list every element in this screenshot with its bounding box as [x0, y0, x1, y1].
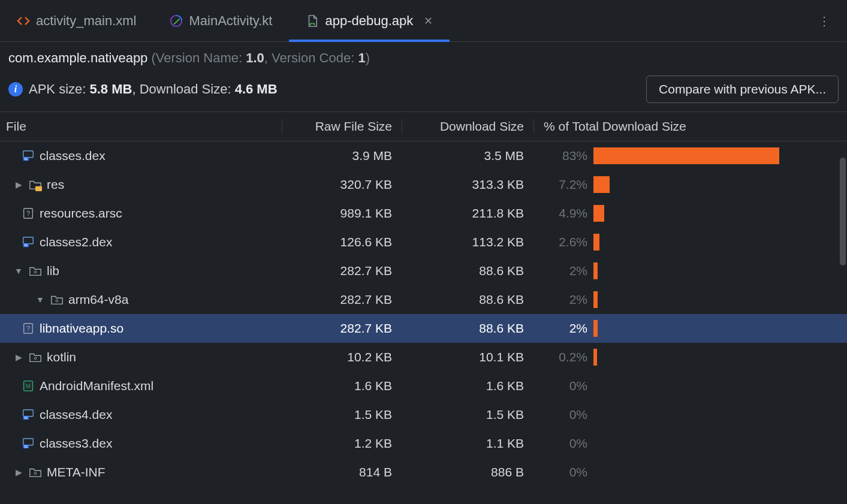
- col-download-size[interactable]: Download Size: [402, 119, 533, 134]
- raw-size: 282.7 KB: [282, 292, 402, 307]
- file-name: classes2.dex: [40, 235, 112, 249]
- tab-activity-main[interactable]: activity_main.xml: [0, 0, 153, 41]
- table-row[interactable]: 01classes3.dex1.2 KB1.1 KB0%: [0, 429, 847, 458]
- svg-point-16: [34, 357, 37, 360]
- table-row[interactable]: ▼arm64-v8a282.7 KB88.6 KB2%: [0, 285, 847, 314]
- download-size: 1.6 KB: [402, 379, 533, 393]
- percent-bar: [593, 262, 598, 279]
- percent-bar-cell: [593, 147, 847, 164]
- tab-label: MainActivity.kt: [189, 13, 272, 29]
- close-icon[interactable]: ✕: [424, 14, 433, 28]
- raw-size: 3.9 MB: [282, 149, 402, 163]
- percent-value: 83%: [533, 149, 593, 163]
- svg-text:?: ?: [26, 210, 30, 217]
- package-meta: (Version Name: 1.0, Version Code: 1): [151, 50, 369, 65]
- percent-bar-cell: [593, 464, 847, 481]
- raw-size: 1.6 KB: [282, 379, 402, 393]
- percent-bar-cell: [593, 378, 847, 394]
- download-size: 1.1 KB: [402, 436, 533, 451]
- file-name: META-INF: [47, 465, 106, 479]
- chevron-right-icon[interactable]: ▶: [13, 467, 24, 477]
- file-name: AndroidManifest.xml: [40, 379, 153, 393]
- tab-app-debug-apk[interactable]: app-debug.apk ✕: [289, 0, 450, 41]
- file-name: classes.dex: [40, 149, 106, 163]
- percent-bar-cell: [593, 176, 847, 193]
- dex-icon: 01: [22, 149, 35, 162]
- file-name: arm64-v8a: [68, 292, 128, 307]
- percent-bar: [593, 320, 598, 337]
- percent-value: 7.2%: [533, 177, 593, 192]
- svg-point-25: [34, 472, 37, 475]
- col-file[interactable]: File: [6, 119, 282, 134]
- svg-text:M: M: [26, 383, 31, 390]
- scrollbar-thumb[interactable]: [840, 158, 846, 265]
- table-row[interactable]: 01classes.dex3.9 MB3.5 MB83%: [0, 141, 847, 170]
- folder-bin-icon: [50, 293, 64, 306]
- manifest-icon: M: [22, 379, 35, 393]
- svg-text:?: ?: [26, 325, 30, 332]
- table-row[interactable]: ?libnativeapp.so282.7 KB88.6 KB2%: [0, 314, 847, 343]
- folder-bin-icon: [29, 351, 42, 364]
- download-size: 211.8 KB: [402, 206, 533, 221]
- folder-res-icon: [29, 178, 42, 191]
- file-table-body: 01classes.dex3.9 MB3.5 MB83%▶res320.7 KB…: [0, 141, 847, 487]
- percent-value: 0%: [533, 465, 593, 479]
- table-row[interactable]: ▼lib282.7 KB88.6 KB2%: [0, 256, 847, 285]
- download-size: 10.1 KB: [402, 350, 533, 364]
- unknown-icon: ?: [22, 207, 35, 220]
- apk-info-header: com.example.nativeapp (Version Name: 1.0…: [0, 42, 847, 70]
- table-row[interactable]: ▶res320.7 KB313.3 KB7.2%: [0, 170, 847, 199]
- table-row[interactable]: 01classes4.dex1.5 KB1.5 KB0%: [0, 400, 847, 429]
- download-size: 3.5 MB: [402, 149, 533, 163]
- percent-value: 0%: [533, 436, 593, 451]
- download-size: 88.6 KB: [402, 264, 533, 278]
- col-percent[interactable]: % of Total Download Size: [533, 119, 847, 134]
- percent-bar-cell: [593, 406, 847, 423]
- svg-text:01: 01: [24, 157, 28, 161]
- col-raw-size[interactable]: Raw File Size: [282, 119, 402, 134]
- percent-bar: [593, 205, 604, 222]
- svg-rect-6: [35, 186, 42, 191]
- percent-value: 2.6%: [533, 235, 593, 249]
- svg-rect-3: [23, 151, 34, 158]
- compare-apk-button[interactable]: Compare with previous APK...: [646, 76, 839, 103]
- percent-bar: [593, 234, 599, 251]
- tabs-overflow-menu[interactable]: ⋮: [801, 0, 847, 41]
- dex-icon: 01: [22, 437, 35, 450]
- table-row[interactable]: MAndroidManifest.xml1.6 KB1.6 KB0%: [0, 372, 847, 400]
- svg-point-13: [56, 300, 58, 302]
- xml-file-icon: [17, 14, 30, 28]
- apk-size-row: i APK size: 5.8 MB, Download Size: 4.6 M…: [0, 70, 847, 111]
- package-name: com.example.nativeapp: [8, 50, 147, 65]
- download-size: 88.6 KB: [402, 292, 533, 307]
- table-row[interactable]: ▶META-INF814 B886 B0%: [0, 458, 847, 487]
- tab-main-activity[interactable]: MainActivity.kt: [153, 0, 289, 41]
- raw-size: 282.7 KB: [282, 264, 402, 278]
- chevron-down-icon[interactable]: ▼: [13, 266, 24, 276]
- file-name: kotlin: [47, 350, 76, 364]
- svg-text:01: 01: [24, 243, 28, 247]
- table-row[interactable]: 01classes2.dex126.6 KB113.2 KB2.6%: [0, 228, 847, 256]
- kotlin-class-icon: [170, 14, 183, 28]
- chevron-down-icon[interactable]: ▼: [35, 295, 46, 304]
- download-size: 88.6 KB: [402, 321, 533, 336]
- download-size: 1.5 KB: [402, 408, 533, 422]
- svg-rect-9: [23, 237, 34, 244]
- chevron-right-icon[interactable]: ▶: [13, 180, 24, 189]
- chevron-right-icon[interactable]: ▶: [13, 352, 24, 362]
- table-row[interactable]: ▶kotlin10.2 KB10.1 KB0.2%: [0, 343, 847, 372]
- percent-bar: [593, 176, 610, 193]
- table-row[interactable]: ?resources.arsc989.1 KB211.8 KB4.9%: [0, 199, 847, 228]
- percent-bar-cell: [593, 291, 847, 308]
- apk-size-text: APK size: 5.8 MB, Download Size: 4.6 MB: [29, 82, 640, 97]
- percent-bar-cell: [593, 320, 847, 337]
- svg-point-12: [34, 271, 37, 273]
- tab-label: app-debug.apk: [325, 13, 413, 29]
- raw-size: 320.7 KB: [282, 177, 402, 192]
- download-size: 886 B: [402, 465, 533, 479]
- raw-size: 10.2 KB: [282, 350, 402, 364]
- tab-label: activity_main.xml: [36, 13, 136, 29]
- percent-bar: [593, 291, 598, 308]
- file-name: libnativeapp.so: [40, 321, 123, 336]
- dex-icon: 01: [22, 236, 35, 249]
